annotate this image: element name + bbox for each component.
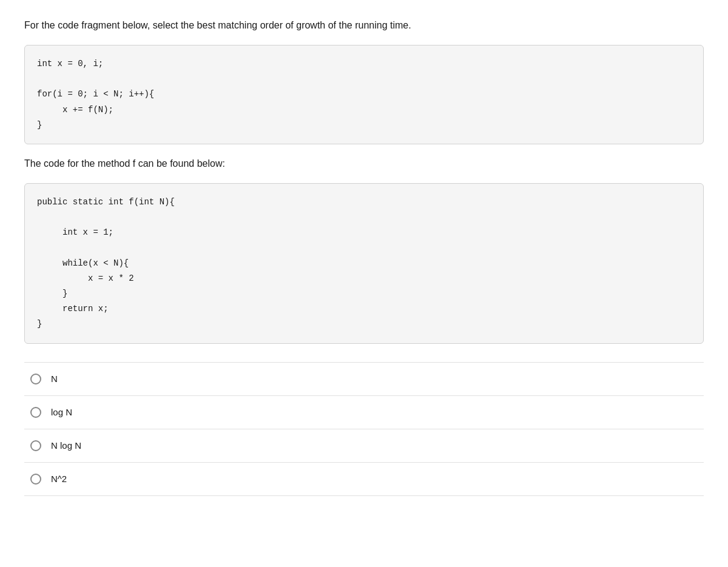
radio-opt-N2[interactable] <box>30 474 41 485</box>
option-label-opt-logN: log N <box>51 407 72 417</box>
answer-option-opt-N2[interactable]: N^2 <box>24 463 704 496</box>
radio-opt-NlogN[interactable] <box>30 440 41 451</box>
question-text: For the code fragment below, select the … <box>24 18 704 33</box>
code-block-1-content: int x = 0, i; for(i = 0; i < N; i++){ x … <box>37 56 691 133</box>
answer-option-opt-N[interactable]: N <box>24 362 704 396</box>
radio-opt-N[interactable] <box>30 374 41 384</box>
radio-opt-logN[interactable] <box>30 407 41 418</box>
method-description: The code for the method f can be found b… <box>24 156 704 171</box>
code-block-2-content: public static int f(int N){ int x = 1; w… <box>37 195 691 332</box>
answer-options: Nlog NN log NN^2 <box>24 362 704 496</box>
option-label-opt-N: N <box>51 374 58 384</box>
code-block-2: public static int f(int N){ int x = 1; w… <box>24 183 704 344</box>
answer-option-opt-NlogN[interactable]: N log N <box>24 429 704 463</box>
code-block-1: int x = 0, i; for(i = 0; i < N; i++){ x … <box>24 45 704 144</box>
answer-option-opt-logN[interactable]: log N <box>24 396 704 429</box>
option-label-opt-NlogN: N log N <box>51 440 81 451</box>
option-label-opt-N2: N^2 <box>51 474 67 484</box>
